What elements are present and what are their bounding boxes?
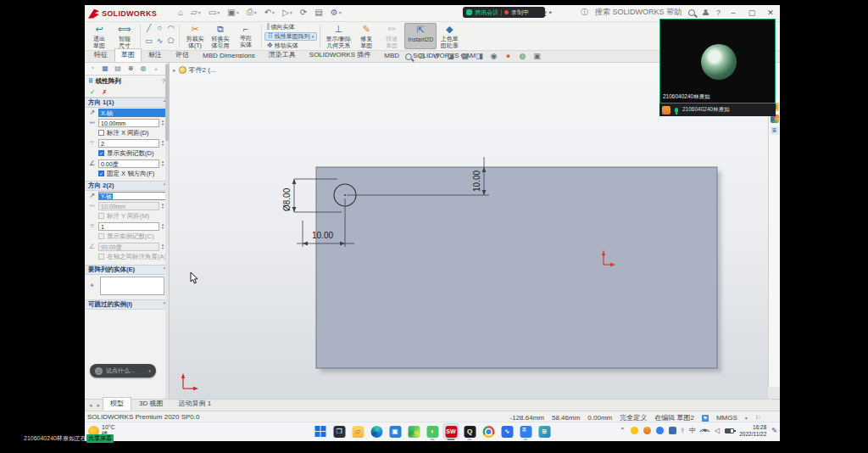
chrome-button[interactable]: [481, 424, 496, 439]
offset-entities-button[interactable]: ⌐ 等距 实体: [233, 23, 259, 49]
arc-tool-icon[interactable]: ◠: [165, 24, 176, 36]
circle-tool-icon[interactable]: ○: [154, 24, 165, 36]
section-view-icon[interactable]: ◪: [446, 52, 455, 61]
tab-scroll-right-icon[interactable]: ▸: [95, 402, 103, 411]
entities-section-header[interactable]: 要阵列的实体(E) ˆ: [85, 265, 169, 275]
spline-tool-icon[interactable]: ∿: [154, 36, 165, 49]
vertical-dim-text[interactable]: 10.00: [472, 171, 481, 192]
view-orientation-icon[interactable]: ▦: [460, 52, 470, 61]
help-info-icon[interactable]: ⓘ: [581, 7, 588, 18]
tab-scroll-left-icon[interactable]: ◂: [86, 402, 95, 411]
file-properties-icon[interactable]: ▤: [314, 8, 322, 17]
dimxpert-manager-tab-icon[interactable]: ⊕: [126, 64, 135, 73]
user-account-icon[interactable]: 👤︎: [702, 8, 709, 17]
tag-icon[interactable]: ⚐: [755, 414, 761, 422]
home-icon[interactable]: ⌂: [178, 8, 183, 17]
direction2-axis-field[interactable]: Y-轴: [98, 192, 166, 200]
print-icon[interactable]: ⎙▾: [247, 7, 257, 17]
property-manager-tab-icon[interactable]: ▦: [101, 64, 109, 73]
restore-button[interactable]: ▢: [746, 8, 758, 17]
clock-widget[interactable]: 16:28 2022/11/22: [739, 424, 766, 437]
tab-features[interactable]: 特征: [87, 48, 114, 62]
collapse-arrow-icon[interactable]: ‹: [148, 367, 151, 375]
ime-indicator[interactable]: 中: [689, 426, 696, 435]
pinwheel-app-button[interactable]: [407, 424, 421, 439]
tray-app2-icon[interactable]: [643, 427, 651, 434]
direction1-angle-field[interactable]: 0.00度: [98, 159, 159, 168]
tray-app1-icon[interactable]: [631, 427, 638, 434]
exit-sketch-button[interactable]: ↩ 退出 草图: [86, 23, 112, 49]
rebuild-icon[interactable]: ⟳: [300, 8, 307, 17]
wifi-icon[interactable]: [701, 428, 709, 434]
panel-overflow-icon[interactable]: »: [152, 64, 160, 73]
ok-check-button[interactable]: ✓: [90, 88, 95, 96]
battery-icon[interactable]: [725, 428, 734, 433]
flyout-triangle-icon[interactable]: ▸: [173, 67, 176, 74]
minimize-button[interactable]: –: [727, 8, 739, 17]
3d-views-tab[interactable]: 3D 视图: [131, 397, 170, 411]
tab-mbd-dimensions[interactable]: MBD Dimensions: [196, 50, 262, 62]
tab-mbd[interactable]: MBD: [377, 50, 406, 62]
tab-addins[interactable]: SOLIDWORKS 插件: [303, 48, 377, 62]
cancel-x-button[interactable]: ✗: [102, 88, 107, 96]
checkbox-checked-icon[interactable]: ✓: [98, 171, 104, 176]
new-document-icon[interactable]: ▱▾: [191, 8, 201, 17]
tab-sketch[interactable]: 草图: [114, 48, 142, 62]
instant2d-toggle[interactable]: ⇱ Instant2D: [404, 23, 437, 49]
direction-arrow-icon[interactable]: ↗: [87, 109, 97, 117]
file-explorer-button[interactable]: ▱: [351, 424, 365, 439]
instance-count-icon[interactable]: ⁘: [87, 139, 97, 148]
solidworks-taskbar-button[interactable]: SW: [444, 424, 459, 439]
display-manager-tab-icon[interactable]: ◍: [139, 64, 147, 73]
repair-sketch-button[interactable]: ✎ 修复 草图: [353, 23, 379, 49]
rectangle-tool-icon[interactable]: ▭: [143, 36, 154, 49]
model-tab[interactable]: 模型: [103, 397, 131, 411]
save-icon[interactable]: ▣▾: [227, 8, 238, 17]
polygon-tool-icon[interactable]: ⬠: [165, 36, 176, 49]
search-icon[interactable]: [688, 9, 695, 16]
direction-arrow-icon[interactable]: ↗: [87, 192, 97, 200]
direction2-count-field[interactable]: 1: [98, 222, 159, 231]
units-chevron-icon[interactable]: ▾: [745, 415, 748, 421]
hide-show-items-icon[interactable]: ◉: [489, 52, 498, 61]
qq-button[interactable]: Q: [463, 424, 477, 439]
start-button[interactable]: [314, 424, 328, 439]
help-menu-button[interactable]: ?: [716, 8, 721, 17]
microsoft-store-button[interactable]: ▣: [388, 424, 403, 439]
show-instance-count1-checkbox-row[interactable]: ✓ 显示实例记数(D): [85, 148, 169, 159]
help-search-label[interactable]: 搜索 SOLIDWORKS 帮助: [595, 7, 682, 18]
checkbox-unchecked-icon[interactable]: [98, 130, 104, 136]
pen-touch-icon[interactable]: ✎: [771, 427, 777, 434]
undo-icon[interactable]: ↶▾: [264, 8, 275, 17]
circle-center-point[interactable]: [344, 194, 346, 196]
dim-x-spacing-checkbox-row[interactable]: 标注 X 间距(D): [85, 128, 169, 138]
linear-sketch-pattern-button[interactable]: ⠿ 线性草图阵列 ▾: [264, 32, 317, 41]
apply-scene-icon[interactable]: ◍: [518, 52, 527, 61]
participant-list-row[interactable]: 2106040240林雁如: [659, 103, 776, 116]
fix-x-axis-checkbox-row[interactable]: ✓ 固定 X 轴方向(F): [85, 169, 169, 179]
instance-count-icon[interactable]: ⁘: [87, 222, 97, 231]
meeting-video-overlay[interactable]: 2106040240林雁如 2106040240林雁如: [659, 19, 776, 116]
rapid-sketch-button[interactable]: ✏︎ 快速 草图: [379, 23, 404, 49]
chat-input-placeholder[interactable]: 说点什么...: [106, 366, 145, 375]
docs-app-button[interactable]: ≋: [537, 424, 552, 439]
direction2-section-header[interactable]: 方向 2(2) ˆ: [85, 181, 169, 191]
line-tool-icon[interactable]: ╱: [143, 24, 154, 36]
view-settings-icon[interactable]: ▣: [532, 52, 542, 61]
feature-manager-tab-icon[interactable]: ◔: [88, 64, 97, 73]
volume-icon[interactable]: ◁: [715, 427, 720, 434]
motion-study-tab[interactable]: 运动算例 1: [170, 397, 219, 411]
meeting-chat-bubble[interactable]: ☺ 说点什么... ‹: [90, 364, 156, 378]
zoom-area-icon[interactable]: ⊡: [417, 52, 426, 61]
angle-icon[interactable]: ∠: [87, 159, 97, 168]
tray-chevron-up-icon[interactable]: ⌃: [620, 427, 626, 434]
tab-evaluate[interactable]: 评估: [169, 48, 196, 62]
task-view-button[interactable]: ❒: [332, 424, 347, 439]
panel-scrollbar[interactable]: [165, 63, 169, 399]
direction1-axis-field[interactable]: X-轴: [98, 109, 166, 117]
skip-instances-section-header[interactable]: 可跳过的实例(I) ˇ: [85, 299, 169, 310]
close-button[interactable]: ✕: [765, 8, 776, 17]
direction1-spacing-field[interactable]: 10.00mm: [98, 119, 159, 127]
entities-selection-box[interactable]: [100, 277, 164, 295]
select-icon[interactable]: ▷▾: [282, 8, 292, 17]
